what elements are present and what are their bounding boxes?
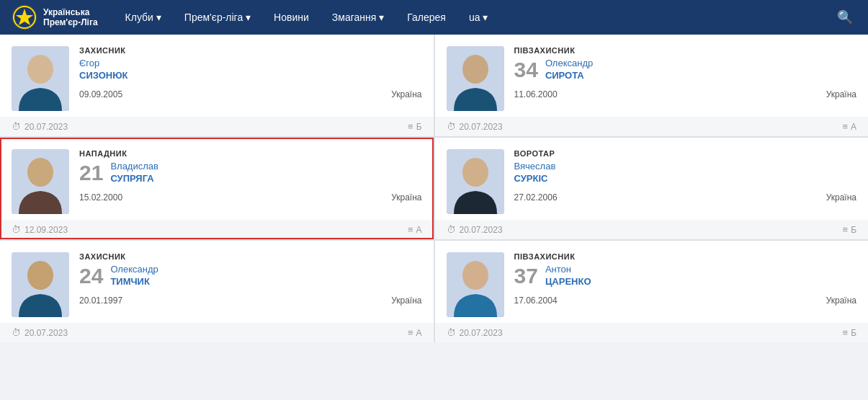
- card-footer: ⏱ 20.07.2023 ≡ А: [435, 117, 869, 136]
- player-number: 37: [514, 265, 538, 287]
- card-date: ⏱ 20.07.2023: [12, 121, 68, 132]
- player-number: 24: [79, 265, 103, 287]
- card-date: ⏱ 20.07.2023: [447, 327, 503, 338]
- player-last-name: СИЗОНЮК: [79, 70, 128, 82]
- svg-point-8: [465, 56, 486, 76]
- player-details: 09.09.2005 Україна: [79, 86, 422, 102]
- nav-link-league[interactable]: Прем'єр-ліга ▾: [174, 7, 261, 27]
- navigation: Українська Прем'єр-Ліга Клуби ▾ Прем'єр-…: [0, 0, 868, 35]
- svg-point-4: [30, 56, 50, 76]
- player-avatar: [12, 149, 69, 214]
- svg-point-16: [465, 159, 486, 179]
- card-update-date: 20.07.2023: [460, 328, 503, 338]
- player-name: Олександр ТИМЧИК: [110, 264, 158, 288]
- list-icon: ≡: [843, 327, 849, 338]
- card-list-letter: Б: [851, 328, 856, 338]
- search-button[interactable]: 🔍: [833, 6, 856, 29]
- player-first-name: Владислав: [110, 161, 158, 173]
- player-first-name: Вячеслав: [514, 161, 556, 173]
- clock-icon: ⏱: [447, 327, 456, 338]
- player-card-syzonuk[interactable]: ЗАХИСНИК Єгор СИЗОНЮК 09.09.2005 Україна: [0, 35, 434, 136]
- player-first-name: Єгор: [79, 58, 128, 70]
- card-list: ≡ Б: [843, 224, 856, 235]
- svg-point-5: [33, 74, 48, 82]
- player-details: 27.02.2006 Україна: [514, 190, 857, 205]
- card-date: ⏱ 20.07.2023: [447, 121, 503, 132]
- player-last-name: СУПРЯГА: [110, 173, 158, 185]
- svg-point-9: [468, 74, 483, 82]
- player-last-name: СУРКІС: [514, 173, 556, 185]
- nav-links: Клуби ▾ Прем'єр-ліга ▾ Новини Змагання ▾…: [115, 7, 833, 27]
- clock-icon: ⏱: [12, 327, 21, 338]
- player-card-tymchyk[interactable]: ЗАХИСНИК 24 Олександр ТИМЧИК 20.01.1997 …: [0, 241, 434, 342]
- player-position: ЗАХИСНИК: [79, 46, 422, 55]
- player-country: Україна: [826, 295, 856, 306]
- player-country: Україна: [826, 89, 856, 99]
- player-card-suprya[interactable]: НАПАДНИК 21 Владислав СУПРЯГА 15.02.2000…: [0, 138, 434, 239]
- player-details: 15.02.2000 Україна: [79, 190, 422, 205]
- player-first-name: Антон: [545, 264, 591, 276]
- player-country: Україна: [826, 192, 856, 203]
- card-top: НАПАДНИК 21 Владислав СУПРЯГА 15.02.2000…: [0, 138, 434, 220]
- card-top: ПІВЗАХИСНИК 37 Антон ЦАРЕНКО 17.06.2004 …: [435, 241, 869, 323]
- player-position: ПІВЗАХИСНИК: [514, 46, 857, 55]
- player-card-tsarenko[interactable]: ПІВЗАХИСНИК 37 Антон ЦАРЕНКО 17.06.2004 …: [435, 241, 869, 342]
- player-dob: 27.02.2006: [514, 192, 558, 203]
- list-icon: ≡: [408, 121, 413, 132]
- card-update-date: 20.07.2023: [24, 122, 68, 132]
- card-list: ≡ А: [408, 224, 422, 235]
- card-list-letter: А: [416, 225, 421, 235]
- nav-link-language[interactable]: ua ▾: [459, 7, 498, 27]
- player-dob: 20.01.1997: [79, 295, 122, 306]
- player-country: Україна: [391, 192, 421, 203]
- player-last-name: СИРОТА: [545, 70, 593, 82]
- player-details: 20.01.1997 Україна: [79, 293, 422, 308]
- clock-icon: ⏱: [447, 121, 456, 132]
- player-avatar: [12, 252, 69, 317]
- card-list: ≡ А: [842, 121, 856, 132]
- svg-point-25: [468, 280, 483, 288]
- nav-link-clubs[interactable]: Клуби ▾: [115, 7, 171, 27]
- player-card-surkis[interactable]: ВОРОТАР Вячеслав СУРКІС 27.02.2006 Украї…: [435, 138, 869, 239]
- card-update-date: 20.07.2023: [24, 328, 68, 338]
- player-name: Олександр СИРОТА: [545, 58, 593, 82]
- player-number: 34: [514, 59, 538, 81]
- player-position: ВОРОТАР: [514, 149, 857, 158]
- player-avatar: [447, 252, 504, 317]
- card-list-letter: А: [851, 122, 856, 132]
- player-avatar: [447, 149, 504, 214]
- clock-icon: ⏱: [12, 121, 21, 132]
- player-dob: 17.06.2004: [514, 295, 558, 306]
- card-top: ЗАХИСНИК 24 Олександр ТИМЧИК 20.01.1997 …: [0, 241, 434, 323]
- players-grid: ЗАХИСНИК Єгор СИЗОНЮК 09.09.2005 Україна: [0, 35, 868, 342]
- player-avatar: [12, 46, 69, 111]
- card-date: ⏱ 20.07.2023: [447, 224, 503, 235]
- card-footer: ⏱ 20.07.2023 ≡ Б: [435, 220, 869, 239]
- player-country: Україна: [391, 89, 421, 99]
- card-footer: ⏱ 20.07.2023 ≡ Б: [435, 323, 869, 342]
- list-icon: ≡: [408, 327, 413, 338]
- card-top: ВОРОТАР Вячеслав СУРКІС 27.02.2006 Украї…: [435, 138, 869, 220]
- clock-icon: ⏱: [447, 224, 456, 235]
- player-details: 11.06.2000 Україна: [514, 86, 857, 102]
- logo[interactable]: Українська Прем'єр-Ліга: [12, 4, 98, 30]
- card-list-letter: А: [416, 328, 421, 338]
- player-dob: 11.06.2000: [514, 89, 558, 99]
- nav-link-news[interactable]: Новини: [264, 7, 319, 27]
- svg-point-17: [468, 177, 483, 185]
- svg-point-24: [465, 262, 486, 283]
- card-update-date: 20.07.2023: [460, 225, 503, 235]
- player-position: ЗАХИСНИК: [79, 252, 422, 261]
- card-list-letter: Б: [851, 225, 856, 235]
- player-number: 21: [79, 162, 103, 184]
- card-date: ⏱ 12.09.2023: [12, 224, 68, 235]
- card-footer: ⏱ 12.09.2023 ≡ А: [0, 220, 434, 239]
- player-name: Владислав СУПРЯГА: [110, 161, 158, 185]
- card-top: ПІВЗАХИСНИК 34 Олександр СИРОТА 11.06.20…: [435, 35, 869, 117]
- nav-link-competitions[interactable]: Змагання ▾: [322, 7, 394, 27]
- player-last-name: ЦАРЕНКО: [545, 276, 591, 288]
- player-name: Єгор СИЗОНЮК: [79, 58, 128, 82]
- card-footer: ⏱ 20.07.2023 ≡ Б: [0, 117, 434, 136]
- nav-link-gallery[interactable]: Галерея: [397, 7, 456, 27]
- player-card-syrota[interactable]: ПІВЗАХИСНИК 34 Олександр СИРОТА 11.06.20…: [435, 35, 869, 136]
